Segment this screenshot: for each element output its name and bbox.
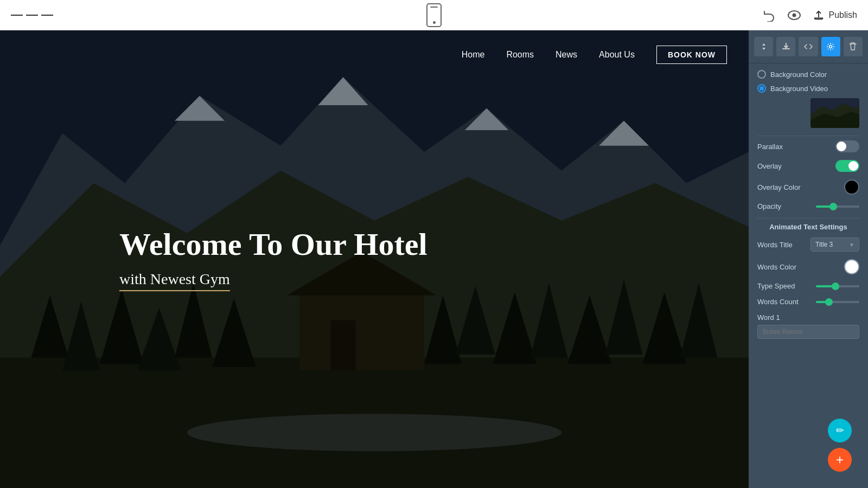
overlay-label: Overlay (757, 162, 782, 170)
undo-button[interactable] (763, 9, 776, 22)
mobile-preview-toggle[interactable] (426, 3, 442, 27)
type-speed-label: Type Speed (757, 282, 795, 290)
hero-section: Home Rooms News About Us BOOK NOW Welcom… (0, 30, 749, 488)
words-title-value: Title 3 (815, 241, 833, 248)
nav-book-now-button[interactable]: BOOK NOW (656, 46, 727, 64)
move-updown-button[interactable] (754, 37, 773, 56)
thumbnail-image (810, 98, 859, 128)
type-speed-slider[interactable] (816, 285, 859, 287)
delete-icon (849, 42, 857, 51)
bg-video-thumbnail[interactable] (810, 98, 859, 128)
top-bar: Publish (0, 0, 868, 30)
hero-title: Welcome To Our Hotel (119, 227, 427, 262)
bg-video-label: Background Video (770, 85, 828, 93)
opacity-slider[interactable] (816, 206, 859, 208)
parallax-row: Parallax (757, 140, 859, 152)
bg-thumbnail-container (757, 98, 859, 128)
edit-pencil-icon: ✏ (836, 425, 844, 436)
main-layout: Home Rooms News About Us BOOK NOW Welcom… (0, 30, 868, 488)
type-speed-slider-thumb[interactable] (832, 282, 839, 290)
upload-icon (813, 9, 825, 21)
svg-point-1 (792, 13, 796, 17)
canvas-area: Home Rooms News About Us BOOK NOW Welcom… (0, 30, 749, 488)
publish-label: Publish (829, 10, 857, 20)
parallax-toggle[interactable] (835, 140, 859, 152)
phone-icon (426, 3, 442, 27)
nav-home[interactable]: Home (462, 50, 485, 60)
hero-subtitle: with Newest Gym (119, 271, 230, 291)
hamburger-icon (11, 15, 23, 16)
download-icon (782, 42, 790, 51)
word1-container: Word 1 (757, 313, 859, 339)
overlay-color-label: Overlay Color (757, 183, 800, 191)
top-bar-actions: Publish (763, 9, 857, 22)
edit-fab-button[interactable]: ✏ (828, 419, 852, 442)
bg-color-label: Background Color (770, 70, 827, 79)
overlay-toggle-thumb (848, 161, 858, 171)
bg-video-option[interactable]: Background Video (757, 84, 859, 93)
preview-button[interactable] (787, 10, 802, 21)
words-count-slider-thumb[interactable] (825, 298, 833, 306)
words-title-select[interactable]: Title 3 ▼ (810, 237, 859, 252)
hero-content: Welcome To Our Hotel with Newest Gym (119, 227, 427, 291)
words-count-slider[interactable] (816, 301, 859, 303)
words-color-label: Words Color (757, 263, 796, 271)
hamburger-icon (26, 15, 38, 16)
download-button[interactable] (776, 37, 795, 56)
divider-2 (757, 218, 859, 219)
svg-point-29 (829, 46, 832, 48)
opacity-row: Opacity (757, 202, 859, 210)
opacity-label: Opacity (757, 202, 781, 210)
overlay-color-swatch[interactable] (844, 179, 859, 195)
divider-1 (757, 136, 859, 136)
hamburger-menu[interactable] (11, 13, 53, 17)
chevron-down-icon: ▼ (849, 242, 854, 248)
eye-icon (787, 10, 802, 21)
words-title-label: Words Title (757, 241, 793, 249)
hero-navbar: Home Rooms News About Us BOOK NOW (0, 30, 749, 79)
svg-rect-33 (810, 98, 859, 128)
fab-container: ✏ + (828, 419, 852, 472)
parallax-label: Parallax (757, 143, 783, 151)
overlay-row: Overlay (757, 160, 859, 172)
panel-toolbar (749, 30, 868, 63)
add-fab-button[interactable]: + (828, 448, 852, 472)
nav-rooms[interactable]: Rooms (506, 50, 534, 60)
code-icon (804, 42, 813, 51)
code-button[interactable] (799, 37, 818, 56)
bg-color-radio[interactable] (757, 70, 766, 79)
words-title-row: Words Title Title 3 ▼ (757, 237, 859, 252)
publish-button[interactable]: Publish (813, 9, 857, 21)
move-updown-icon (760, 42, 768, 51)
parallax-toggle-thumb (837, 142, 846, 151)
hamburger-icon (41, 15, 53, 16)
words-count-label: Words Count (757, 298, 799, 306)
type-speed-row: Type Speed (757, 282, 859, 290)
words-count-row: Words Count (757, 298, 859, 306)
nav-about[interactable]: About Us (599, 50, 635, 60)
overlay-toggle[interactable] (835, 160, 859, 172)
opacity-slider-thumb[interactable] (829, 203, 837, 210)
words-color-swatch[interactable] (844, 259, 859, 274)
words-color-row: Words Color (757, 259, 859, 274)
delete-button[interactable] (844, 37, 863, 56)
nav-news[interactable]: News (556, 50, 577, 60)
settings-icon (826, 42, 835, 51)
overlay-color-row: Overlay Color (757, 179, 859, 195)
word1-label: Word 1 (757, 313, 859, 322)
undo-icon (763, 9, 776, 22)
plus-icon: + (836, 452, 844, 467)
settings-button[interactable] (821, 37, 840, 56)
bg-video-radio[interactable] (757, 84, 766, 93)
bg-color-option[interactable]: Background Color (757, 70, 859, 79)
word1-input[interactable] (757, 325, 859, 339)
animated-text-header: Animated Text Settings (757, 223, 859, 231)
